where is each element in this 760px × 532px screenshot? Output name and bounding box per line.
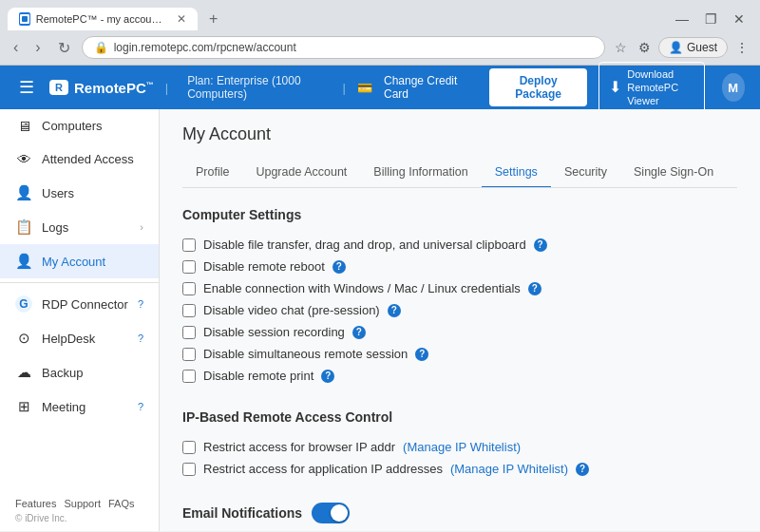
minimize-btn[interactable]: — [669,10,695,28]
features-link[interactable]: Features [15,498,56,509]
checkbox-app-ip-input[interactable] [182,463,196,476]
checkbox-simultaneous-label: Disable simultaneous remote session [203,347,408,361]
plan-info: Plan: Enterprise (1000 Computers) [187,74,331,101]
tab-profile[interactable]: Profile [182,158,242,188]
backup-icon: ☁ [15,364,32,381]
sidebar-item-rdp[interactable]: G RDP Connector ? [0,287,159,321]
toggle-knob [331,504,348,522]
logs-icon: 📋 [15,218,32,236]
lock-icon: 🔒 [94,41,108,54]
address-text: login.remotepc.com/rpcnew/account [114,41,296,54]
checkbox-simultaneous-input[interactable] [182,348,196,361]
email-notifications-toggle[interactable] [312,503,350,523]
download-btn-text: Download RemotePC Viewer [627,67,694,108]
support-link[interactable]: Support [64,498,101,509]
checkbox-recording-input[interactable] [182,326,196,339]
checkbox-filetransfer: Disable file transfer, drag and drop, an… [182,234,737,256]
browser-tab[interactable]: RemotePC™ - my account infor... ✕ [8,8,198,30]
users-icon: 👤 [15,184,32,201]
nav-divider2: | [343,81,346,95]
meeting-help-icon[interactable]: ? [138,401,143,412]
change-credit-card-link[interactable]: Change Credit Card [384,74,466,101]
checkbox-remoteprint: Disable remote print ? [182,365,737,387]
checkbox-app-ip: Restrict access for application IP addre… [182,458,737,480]
computer-settings-section: Computer Settings Disable file transfer,… [182,207,737,387]
checkbox-reboot-label: Disable remote reboot [203,259,325,274]
recording-help-icon[interactable]: ? [352,326,366,339]
videochat-help-icon[interactable]: ? [388,304,401,317]
sidebar-item-users[interactable]: 👤 Users [0,176,159,210]
checkbox-filetransfer-input[interactable] [182,238,196,252]
reboot-help-icon[interactable]: ? [332,260,346,274]
manage-browser-ip-whitelist-link[interactable]: (Manage IP Whitelist) [403,440,521,454]
address-bar[interactable]: 🔒 login.remotepc.com/rpcnew/account [82,36,605,59]
guest-label: Guest [687,41,717,54]
helpdesk-help-icon[interactable]: ? [138,332,143,344]
app-logo: R RemotePC™ [49,80,154,96]
svg-rect-1 [22,16,28,22]
download-viewer-btn[interactable]: ⬇ Download RemotePC Viewer [598,62,704,114]
sidebar-item-meeting[interactable]: ⊞ Meeting ? [0,390,159,424]
deploy-package-btn[interactable]: Deploy Package [489,68,587,106]
sidebar-item-logs[interactable]: 📋 Logs › [0,210,159,244]
checkbox-reboot-input[interactable] [182,260,196,274]
hamburger-menu-btn[interactable]: ☰ [15,73,38,102]
guest-profile-btn[interactable]: 👤 Guest [658,37,728,58]
tab-settings[interactable]: Settings [482,158,551,188]
sidebar-item-computers[interactable]: 🖥 Computers [0,109,159,142]
extensions-btn[interactable]: ⚙ [635,36,655,59]
close-btn[interactable]: ✕ [726,10,752,28]
tab-billing[interactable]: Billing Information [360,158,481,188]
reload-btn[interactable]: ↻ [52,37,76,59]
sidebar-item-backup[interactable]: ☁ Backup [0,355,159,390]
checkbox-browser-ip-input[interactable] [182,441,196,454]
remoteprint-help-icon[interactable]: ? [321,370,334,383]
filetransfer-help-icon[interactable]: ? [534,238,547,252]
checkbox-remoteprint-input[interactable] [182,370,196,383]
guest-icon: 👤 [669,41,683,54]
logs-chevron-icon: › [140,221,143,233]
rdp-help-icon[interactable]: ? [138,298,143,310]
checkbox-videochat-input[interactable] [182,304,196,317]
main-area: 🖥 Computers 👁 Attended Access 👤 Users 📋 … [0,109,760,531]
checkbox-browser-ip-label: Restrict access for browser IP addr [203,440,395,454]
tab-bar: Profile Upgrade Account Billing Informat… [182,158,737,188]
sidebar: 🖥 Computers 👁 Attended Access 👤 Users 📋 … [0,109,160,531]
wincreds-help-icon[interactable]: ? [528,282,542,295]
simultaneous-help-icon[interactable]: ? [415,348,428,361]
user-avatar-btn[interactable]: M [722,73,746,102]
computer-settings-title: Computer Settings [182,207,737,222]
sidebar-item-myaccount[interactable]: 👤 My Account [0,244,159,278]
sidebar-label-rdp: RDP Connector [42,297,128,312]
sidebar-label-helpdesk: HelpDesk [42,332,95,346]
sidebar-divider [0,282,159,283]
app-ip-help-icon[interactable]: ? [576,463,589,476]
faqs-link[interactable]: FAQs [108,498,135,509]
manage-app-ip-whitelist-link[interactable]: (Manage IP Whitelist) [450,462,568,476]
sidebar-label-backup: Backup [42,366,83,380]
tab-sso[interactable]: Single Sign-On [620,158,727,188]
top-navigation: ☰ R RemotePC™ | Plan: Enterprise (1000 C… [0,66,760,109]
sidebar-item-attended[interactable]: 👁 Attended Access [0,142,159,176]
sidebar-item-helpdesk[interactable]: ⊙ HelpDesk ? [0,321,159,355]
checkbox-wincreds-label: Enable connection with Windows / Mac / L… [203,281,521,295]
tab-title: RemotePC™ - my account infor... [36,13,167,25]
restore-btn[interactable]: ❐ [697,10,724,28]
sidebar-footer-links: Features Support FAQs [15,498,143,509]
page-title: My Account [182,124,737,144]
download-icon: ⬇ [609,78,621,98]
tab-security[interactable]: Security [551,158,620,188]
checkbox-wincreds-input[interactable] [182,282,196,295]
tab-apikeys[interactable]: API Keys [727,158,737,188]
new-tab-btn[interactable]: + [201,6,225,32]
content-inner: My Account Profile Upgrade Account Billi… [160,109,760,531]
email-notifications-toggle-row: Email Notifications [182,503,737,523]
rdp-icon: G [15,295,32,313]
menu-btn[interactable]: ⋮ [732,36,752,59]
main-content: My Account Profile Upgrade Account Billi… [160,109,760,531]
bookmark-btn[interactable]: ☆ [611,36,631,59]
tab-upgrade[interactable]: Upgrade Account [242,158,360,188]
forward-btn[interactable]: › [29,37,46,58]
back-btn[interactable]: ‹ [8,37,24,58]
tab-close-btn[interactable]: ✕ [177,12,186,26]
